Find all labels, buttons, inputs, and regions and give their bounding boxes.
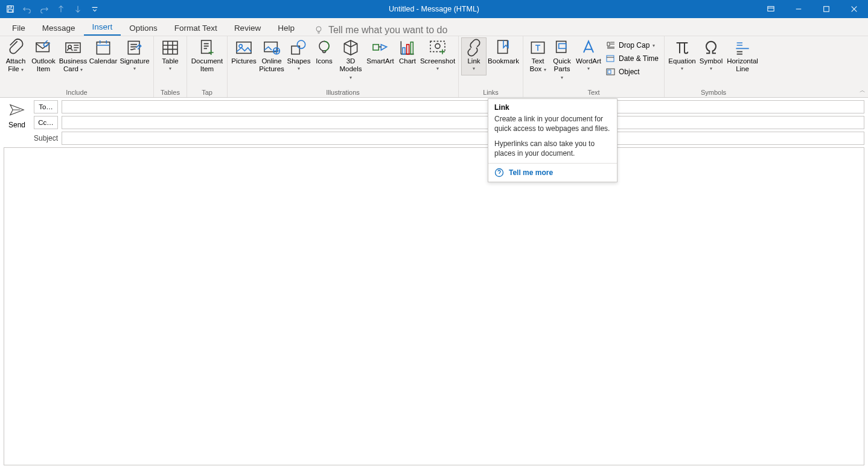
group-text: TextBox ▾ QuickParts ▾ WordArt▾ Drop Cap… xyxy=(523,36,665,97)
table-button[interactable]: Table▾ xyxy=(156,37,184,75)
online-pictures-button[interactable]: OnlinePictures xyxy=(258,37,286,75)
quick-parts-button[interactable]: QuickParts ▾ xyxy=(550,37,574,83)
icons-icon xyxy=(314,40,334,56)
undo-icon[interactable] xyxy=(21,2,34,16)
screenshot-button[interactable]: Screenshot▾ xyxy=(420,37,456,75)
drop-cap-icon xyxy=(606,40,616,50)
ribbon-tabs: File Message Insert Options Format Text … xyxy=(0,18,868,36)
chart-icon xyxy=(398,40,417,56)
pictures-button[interactable]: Pictures xyxy=(230,37,258,75)
svg-rect-26 xyxy=(498,40,508,53)
attach-file-button[interactable]: AttachFile ▾ xyxy=(2,37,29,75)
message-body[interactable] xyxy=(4,147,864,465)
omega-icon xyxy=(701,40,721,56)
smartart-button[interactable]: SmartArt xyxy=(365,37,395,75)
message-header: Send To… Cc… Subject xyxy=(0,98,868,147)
body-wrap xyxy=(0,147,868,469)
svg-rect-11 xyxy=(163,41,177,54)
svg-point-18 xyxy=(297,40,305,48)
group-label-tables: Tables xyxy=(156,88,184,97)
business-card-button[interactable]: BusinessCard ▾ xyxy=(58,37,88,75)
save-icon[interactable] xyxy=(4,2,17,16)
tab-file[interactable]: File xyxy=(4,20,34,36)
svg-rect-12 xyxy=(202,40,211,53)
icons-button[interactable]: Icons xyxy=(312,37,336,75)
group-symbols: Equation▾ Symbol▾ HorizontalLine Symbols xyxy=(665,36,762,97)
svg-rect-4 xyxy=(824,7,829,12)
tab-message[interactable]: Message xyxy=(34,20,84,36)
group-label-links: Links xyxy=(461,88,520,97)
3d-models-button[interactable]: 3DModels ▾ xyxy=(336,37,365,83)
group-tap: DocumentItem Tap xyxy=(187,36,228,97)
quick-parts-icon xyxy=(552,40,572,56)
outlook-item-button[interactable]: OutlookItem xyxy=(29,37,58,75)
svg-rect-3 xyxy=(768,7,774,11)
maximize-icon[interactable] xyxy=(812,0,840,18)
signature-icon xyxy=(125,40,144,56)
quick-access-toolbar xyxy=(0,2,101,16)
group-label-text: Text xyxy=(526,88,662,97)
tell-me-search[interactable]: Tell me what you want to do xyxy=(314,25,447,36)
group-label-symbols: Symbols xyxy=(667,88,760,97)
close-icon[interactable] xyxy=(840,0,868,18)
svg-rect-32 xyxy=(608,70,611,74)
svg-rect-29 xyxy=(559,43,566,48)
group-label-tap: Tap xyxy=(190,88,225,97)
link-icon xyxy=(464,40,483,56)
equation-button[interactable]: Equation▾ xyxy=(667,37,697,75)
collapse-ribbon-icon[interactable]: ︿ xyxy=(860,86,866,95)
calendar-button[interactable]: Calendar xyxy=(88,37,118,75)
tab-insert[interactable]: Insert xyxy=(84,19,121,36)
tooltip-title: Link xyxy=(488,99,617,115)
svg-rect-15 xyxy=(264,42,277,52)
lightbulb-icon xyxy=(314,25,324,35)
cube-icon xyxy=(341,40,360,56)
send-button[interactable]: Send xyxy=(4,100,30,145)
to-button[interactable]: To… xyxy=(34,100,58,113)
redo-icon[interactable] xyxy=(37,2,51,16)
customize-qat-icon[interactable] xyxy=(88,2,101,16)
svg-rect-6 xyxy=(36,43,49,52)
symbol-button[interactable]: Symbol▾ xyxy=(697,37,725,75)
wordart-button[interactable]: WordArt▾ xyxy=(574,37,603,75)
wordart-icon xyxy=(579,40,598,56)
help-icon xyxy=(494,168,504,177)
window-controls xyxy=(757,0,868,18)
bookmark-button[interactable]: Bookmark xyxy=(487,37,520,75)
object-icon xyxy=(606,67,616,77)
group-links: Link▾ Bookmark Links xyxy=(459,36,523,97)
text-box-button[interactable]: TextBox ▾ xyxy=(526,37,550,75)
to-field[interactable] xyxy=(62,100,864,113)
drop-cap-button[interactable]: Drop Cap ▾ xyxy=(604,39,660,52)
group-illustrations: Pictures OnlinePictures Shapes▾ Icons 3D… xyxy=(228,36,459,97)
cc-button[interactable]: Cc… xyxy=(34,116,58,129)
tooltip-text-2: Hyperlinks can also take you to places i… xyxy=(494,139,611,158)
cc-field[interactable] xyxy=(62,116,864,129)
object-button[interactable]: Object xyxy=(604,65,660,78)
chart-button[interactable]: Chart xyxy=(395,37,420,75)
document-item-button[interactable]: DocumentItem xyxy=(190,37,225,75)
subject-field[interactable] xyxy=(62,132,864,145)
ribbon-display-icon[interactable] xyxy=(757,0,785,18)
tab-help[interactable]: Help xyxy=(269,20,303,36)
previous-icon[interactable] xyxy=(54,2,68,16)
next-icon[interactable] xyxy=(71,2,85,16)
title-bar: Untitled - Message (HTML) xyxy=(0,0,868,18)
link-button[interactable]: Link▾ xyxy=(461,37,487,75)
send-icon xyxy=(8,103,25,117)
screenshot-icon xyxy=(428,40,447,56)
tab-review[interactable]: Review xyxy=(226,20,269,36)
minimize-icon[interactable] xyxy=(785,0,812,18)
svg-rect-30 xyxy=(607,56,614,62)
signature-button[interactable]: Signature▾ xyxy=(118,37,151,75)
svg-rect-21 xyxy=(403,48,405,54)
online-picture-icon xyxy=(262,40,281,56)
date-time-button[interactable]: Date & Time xyxy=(604,52,660,65)
textbox-icon xyxy=(528,40,547,56)
horizontal-line-button[interactable]: HorizontalLine xyxy=(725,37,760,75)
tab-options[interactable]: Options xyxy=(121,20,166,36)
tell-me-more-link[interactable]: Tell me more xyxy=(488,163,617,182)
shapes-button[interactable]: Shapes▾ xyxy=(286,37,312,75)
svg-rect-1 xyxy=(8,6,11,8)
tab-format-text[interactable]: Format Text xyxy=(166,20,226,36)
